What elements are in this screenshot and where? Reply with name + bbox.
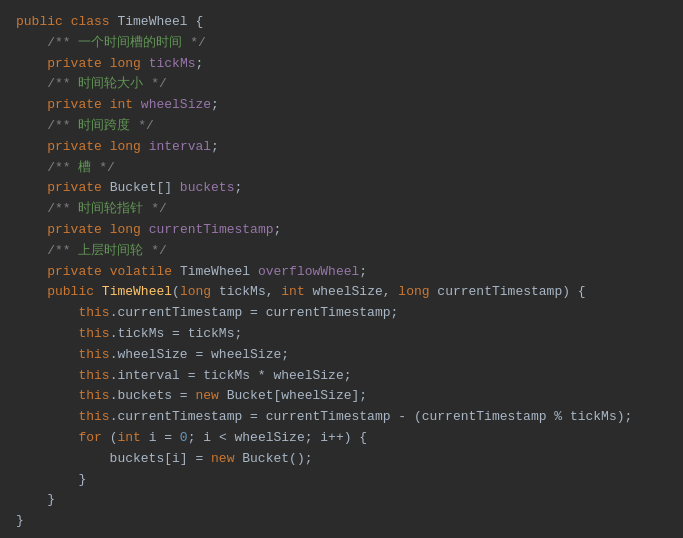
code-line-26: this.buckets = new Bucket[wheelSize]; — [16, 386, 667, 407]
code-line-27: this.currentTimestamp = currentTimestamp… — [16, 407, 667, 428]
code-line-25: this.interval = tickMs * wheelSize; — [16, 366, 667, 387]
code-line-16: private long currentTimestamp; — [16, 220, 667, 241]
code-line-1: public class TimeWheel { — [16, 12, 667, 33]
code-line-7: private int wheelSize; — [16, 95, 667, 116]
code-line-22: this.currentTimestamp = currentTimestamp… — [16, 303, 667, 324]
code-line-30: buckets[i] = new Bucket(); — [16, 449, 667, 470]
code-line-10: private long interval; — [16, 137, 667, 158]
code-line-29: for (int i = 0; i < wheelSize; i++) { — [16, 428, 667, 449]
code-line-6: /** 时间轮大小 */ — [16, 74, 667, 95]
code-line-18: /** 上层时间轮 */ — [16, 241, 667, 262]
code-line-21: public TimeWheel(long tickMs, int wheelS… — [16, 282, 667, 303]
code-line-12: /** 槽 */ — [16, 158, 667, 179]
code-line-33: } — [16, 511, 667, 532]
code-editor: public class TimeWheel { /** 一个时间槽的时间 */… — [0, 0, 683, 538]
code-line-13: private Bucket[] buckets; — [16, 178, 667, 199]
code-line-24: this.wheelSize = wheelSize; — [16, 345, 667, 366]
code-line-15: /** 时间轮指针 */ — [16, 199, 667, 220]
code-line-3: /** 一个时间槽的时间 */ — [16, 33, 667, 54]
code-line-23: this.tickMs = tickMs; — [16, 324, 667, 345]
code-line-4: private long tickMs; — [16, 54, 667, 75]
code-line-19: private volatile TimeWheel overflowWheel… — [16, 262, 667, 283]
code-line-31: } — [16, 470, 667, 491]
code-line-9: /** 时间跨度 */ — [16, 116, 667, 137]
code-line-32: } — [16, 490, 667, 511]
